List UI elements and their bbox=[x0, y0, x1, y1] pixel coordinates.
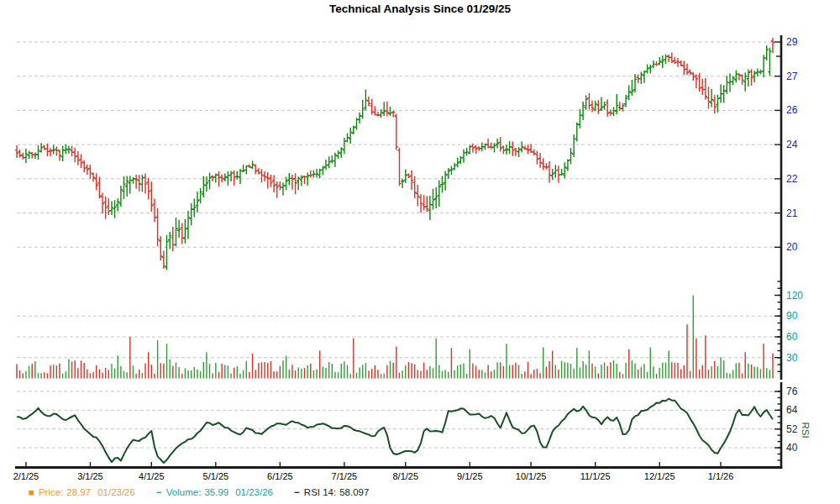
ohlc-bar bbox=[743, 72, 747, 91]
rsi-legend-value: 58.097 bbox=[339, 487, 369, 497]
ohlc-bar bbox=[162, 250, 165, 269]
ohlc-bar bbox=[697, 73, 701, 92]
ohlc-bar bbox=[759, 70, 762, 75]
volume-axis-label: 120 bbox=[786, 290, 803, 302]
ohlc-bar bbox=[382, 102, 386, 116]
rsi-axis-label: 40 bbox=[786, 442, 798, 454]
ohlc-bar bbox=[171, 227, 175, 251]
ohlc-bar bbox=[361, 100, 365, 119]
volume-legend-item: −Volume:35.9901/23/26 bbox=[156, 487, 276, 497]
ohlc-bar bbox=[291, 175, 294, 190]
x-axis-label: 2/1/25 bbox=[13, 471, 39, 481]
ohlc-bar bbox=[293, 173, 297, 194]
ohlc-bar bbox=[738, 73, 741, 81]
ohlc-bar bbox=[661, 55, 664, 68]
technical-analysis-page: Technical Analysis Since 01/29/25 292726… bbox=[0, 0, 840, 504]
ohlc-bar bbox=[768, 48, 771, 76]
ohlc-bar bbox=[710, 89, 713, 108]
ohlc-bar bbox=[765, 45, 769, 60]
ohlc-bar bbox=[474, 145, 477, 154]
ohlc-bar bbox=[333, 153, 337, 167]
ohlc-bar bbox=[367, 97, 370, 107]
ohlc-bar bbox=[704, 78, 707, 100]
ohlc-bar bbox=[722, 85, 726, 102]
ohlc-bar bbox=[278, 181, 281, 191]
x-axis-label: 11/1/25 bbox=[580, 471, 611, 481]
ohlc-bar bbox=[388, 107, 391, 116]
ohlc-bar bbox=[88, 165, 92, 179]
ohlc-bar bbox=[196, 192, 199, 213]
ohlc-bar bbox=[725, 76, 728, 94]
ohlc-bar bbox=[207, 173, 211, 190]
price-volume-rsi-chart: 2927262422212012090603076645240RSI2/1/25… bbox=[0, 0, 840, 486]
rsi-legend-label: RSI 14: bbox=[304, 487, 336, 497]
ohlc-bar bbox=[241, 165, 244, 172]
ohlc-bar bbox=[36, 145, 39, 160]
price-axis-label: 21 bbox=[786, 207, 798, 219]
ohlc-bar bbox=[73, 148, 76, 162]
ohlc-bar bbox=[266, 172, 270, 188]
ohlc-bar bbox=[416, 185, 419, 207]
ohlc-bar bbox=[551, 169, 554, 180]
x-axis-label: 6/1/25 bbox=[267, 471, 293, 481]
ohlc-bar bbox=[30, 152, 34, 158]
ohlc-bar bbox=[181, 223, 184, 244]
ohlc-bar bbox=[643, 71, 646, 83]
x-axis-label: 5/1/25 bbox=[203, 471, 229, 481]
price-axis-label: 27 bbox=[786, 71, 798, 82]
ohlc-bar bbox=[490, 142, 493, 149]
ohlc-bar bbox=[257, 168, 260, 175]
ohlc-bar bbox=[328, 156, 331, 168]
rsi-legend-item: −RSI 14:58.097 bbox=[294, 487, 369, 497]
price-axis-label: 22 bbox=[786, 173, 798, 185]
ohlc-bar bbox=[444, 171, 447, 191]
ohlc-bar bbox=[462, 150, 465, 163]
ohlc-bar bbox=[190, 203, 193, 226]
ohlc-bar bbox=[716, 95, 719, 113]
ohlc-series bbox=[15, 38, 774, 270]
ohlc-bar bbox=[24, 149, 28, 163]
ohlc-bar bbox=[639, 71, 643, 84]
ohlc-bar bbox=[254, 165, 257, 175]
ohlc-bar bbox=[263, 171, 266, 181]
x-axis-label: 8/1/25 bbox=[392, 471, 418, 481]
ohlc-bar bbox=[578, 109, 581, 129]
ohlc-bar bbox=[554, 165, 557, 177]
price-axis-label: 26 bbox=[786, 104, 798, 116]
x-axis-label: 9/1/25 bbox=[457, 471, 483, 481]
ohlc-bar bbox=[449, 166, 453, 176]
ohlc-bar bbox=[465, 148, 468, 156]
ohlc-bar bbox=[58, 150, 61, 160]
ohlc-bar bbox=[86, 165, 89, 175]
gridlines bbox=[17, 42, 774, 448]
ohlc-bar bbox=[92, 173, 95, 182]
ohlc-bar bbox=[548, 161, 551, 183]
ohlc-bar bbox=[183, 219, 186, 244]
ohlc-bar bbox=[233, 171, 236, 186]
volume-axis-label: 90 bbox=[786, 310, 798, 322]
ohlc-bar bbox=[186, 211, 190, 239]
ohlc-bar bbox=[685, 64, 689, 75]
volume-legend-date: 01/23/26 bbox=[235, 487, 273, 497]
ohlc-bar bbox=[122, 176, 125, 199]
volume-axis-label: 30 bbox=[786, 352, 798, 364]
ohlc-bar bbox=[630, 80, 633, 96]
ohlc-bar bbox=[563, 162, 566, 178]
x-axis-label: 7/1/25 bbox=[332, 471, 358, 481]
ohlc-bar bbox=[202, 176, 205, 197]
ohlc-bar bbox=[606, 99, 609, 117]
x-axis-label: 1/1/26 bbox=[708, 471, 734, 481]
ohlc-bar bbox=[174, 218, 177, 247]
price-legend-item: ■Price:28.9701/23/26 bbox=[29, 487, 138, 497]
x-axis-label: 10/1/25 bbox=[516, 471, 547, 481]
ohlc-bar bbox=[220, 174, 223, 182]
ohlc-bar bbox=[315, 169, 318, 178]
ohlc-bar bbox=[425, 196, 428, 212]
ohlc-bar bbox=[706, 87, 710, 109]
ohlc-bar bbox=[594, 101, 597, 111]
ohlc-bar bbox=[587, 93, 591, 110]
ohlc-bar bbox=[138, 175, 141, 192]
ohlc-bar bbox=[153, 199, 156, 223]
ohlc-bar bbox=[731, 76, 734, 85]
ohlc-bar bbox=[658, 57, 661, 66]
